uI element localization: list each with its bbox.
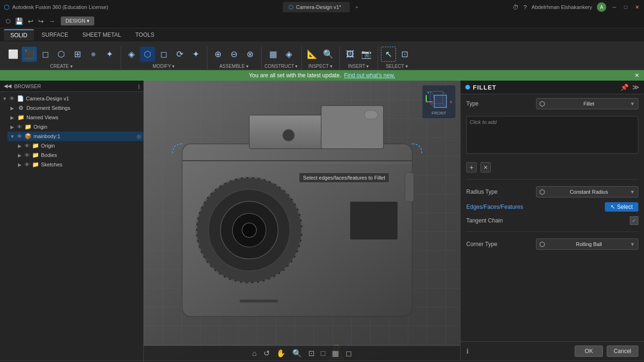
viewport-orbit-icon[interactable]: ↺ xyxy=(262,348,272,359)
fillet-corner-arrow-icon: ▼ xyxy=(630,241,635,247)
viewport-grid-icon[interactable]: ▦ xyxy=(330,348,341,359)
assemble-new-comp-icon[interactable]: ⊕ xyxy=(210,47,225,62)
create-sweep-icon[interactable]: ⬡ xyxy=(54,47,69,62)
viewport-fit-icon[interactable]: ⊡ xyxy=(306,348,316,359)
panel-expand-icon[interactable]: ≫ xyxy=(632,83,639,91)
viewport-display-mode-icon[interactable]: □ xyxy=(319,348,328,359)
tree-eye-mainbody[interactable]: 👁 xyxy=(17,133,22,139)
viewport-zoom-icon[interactable]: 🔍 xyxy=(290,348,304,359)
select-cursor-icon[interactable]: ↖ xyxy=(381,47,396,62)
tree-toggle-mainbody[interactable]: ▼ xyxy=(9,133,15,139)
tree-eye-origin-child[interactable]: 👁 xyxy=(25,143,30,148)
select-cursor-icon: ↖ xyxy=(611,204,615,210)
tab-surface[interactable]: SURFACE xyxy=(35,30,75,40)
tree-toggle-named-views[interactable]: ▶ xyxy=(9,115,15,120)
tree-item-doc-settings[interactable]: ▶ ⚙ Document Settings xyxy=(8,103,143,113)
create-revolve-icon[interactable]: ◻ xyxy=(38,47,53,62)
tree-item-root[interactable]: ▼ 👁 📄 Camera-Design v1 xyxy=(0,94,143,103)
svg-rect-14 xyxy=(405,173,413,201)
panel-pin-icon[interactable]: 📌 xyxy=(620,83,628,91)
tab-solid[interactable]: SOLID xyxy=(4,29,34,41)
redo-button[interactable]: ↪ xyxy=(36,16,46,26)
tree-toggle-doc-settings[interactable]: ▶ xyxy=(9,105,15,111)
modify-chamfer-icon[interactable]: ◻ xyxy=(156,47,171,62)
tree-item-origin-child[interactable]: ▶ 👁 📁 Origin xyxy=(15,141,143,150)
create-label[interactable]: CREATE ▾ xyxy=(50,64,73,69)
modify-label[interactable]: MODIFY ▾ xyxy=(153,64,174,69)
tree-eye-root[interactable]: 👁 xyxy=(9,96,15,101)
design-mode-button[interactable]: DESIGN ▾ xyxy=(61,16,94,25)
fillet-radius-type-select[interactable]: ⬡ Constant Radius ▼ xyxy=(536,186,638,197)
inspect-measure-icon[interactable]: 📐 xyxy=(305,47,320,62)
tree-toggle-origin-child[interactable]: ▶ xyxy=(17,143,23,148)
construct-offset-plane-icon[interactable]: ▦ xyxy=(265,47,281,62)
construct-label[interactable]: CONSTRUCT ▾ xyxy=(264,64,297,69)
tab-tools[interactable]: TOOLS xyxy=(129,30,161,40)
new-button[interactable]: ⬡ xyxy=(4,17,12,25)
tree-item-origin-top[interactable]: ▶ 👁 📁 Origin xyxy=(8,122,143,132)
selection-remove-button[interactable]: × xyxy=(480,162,491,173)
create-move-icon[interactable]: ✦ xyxy=(102,47,117,62)
tree-item-bodies[interactable]: ▶ 👁 📁 Bodies xyxy=(15,150,143,160)
design-label: DESIGN ▾ xyxy=(66,18,90,24)
fillet-select-button[interactable]: ↖ Select xyxy=(605,202,638,212)
viewport-perspective-icon[interactable]: ◻ xyxy=(344,348,354,359)
tree-toggle-root[interactable]: ▼ xyxy=(2,96,8,101)
insert-canvas-icon[interactable]: 🖼 xyxy=(343,47,358,62)
assemble-label[interactable]: ASSEMBLE ▾ xyxy=(219,64,248,69)
construct-axis-icon[interactable]: ◈ xyxy=(281,47,297,62)
viewport-home-icon[interactable]: ⌂ xyxy=(250,348,259,359)
maximize-button[interactable]: □ xyxy=(622,4,629,10)
cancel-button[interactable]: Cancel xyxy=(607,346,638,357)
tangent-chain-checkbox[interactable]: ✓ xyxy=(630,216,638,225)
tree-item-sketches[interactable]: ▶ 👁 📁 Sketches xyxy=(15,160,143,169)
browser-pin-icon[interactable]: | xyxy=(138,83,140,89)
browser-collapse-icon[interactable]: ◀◀ xyxy=(4,83,11,89)
tree-toggle-sketches[interactable]: ▶ xyxy=(17,162,23,167)
panel-divider-1 xyxy=(466,179,638,180)
tree-item-mainbody[interactable]: ▼ 👁 📦 mainbody:1 ◎ xyxy=(8,132,143,141)
fillet-type-select[interactable]: ⬡ Fillet ▼ xyxy=(536,98,638,109)
minimize-button[interactable]: ─ xyxy=(611,4,618,10)
tree-eye-sketches[interactable]: 👁 xyxy=(25,162,30,167)
help-icon[interactable]: ? xyxy=(523,4,527,11)
create-rib-icon[interactable]: ⊕ xyxy=(86,47,101,62)
forward-button[interactable]: → xyxy=(47,16,57,26)
modify-fillet-icon[interactable]: ⬡ xyxy=(140,47,155,62)
viewport[interactable]: A Select edges/faces/features to Fillet xyxy=(144,81,460,361)
tree-toggle-origin-top[interactable]: ▶ xyxy=(9,124,15,130)
inspect-label[interactable]: INSPECT ▾ xyxy=(308,64,332,69)
tab-sheet-metal[interactable]: SHEET METAL xyxy=(76,30,128,40)
tree-eye-bodies[interactable]: 👁 xyxy=(25,152,30,158)
undo-button[interactable]: ↩ xyxy=(26,16,35,26)
save-button[interactable]: 💾 xyxy=(13,16,25,26)
modify-combine-icon[interactable]: ✦ xyxy=(188,47,203,62)
assemble-joint-icon[interactable]: ⊖ xyxy=(226,47,241,62)
create-loft-icon[interactable]: ⊞ xyxy=(70,47,85,62)
tree-eye-origin-top[interactable]: 👁 xyxy=(17,124,22,130)
modify-press-pull-icon[interactable]: ◈ xyxy=(124,47,139,62)
create-sketch-icon[interactable]: ⬜ xyxy=(6,47,21,62)
tree-item-named-views[interactable]: ▶ 📁 Named Views xyxy=(8,113,143,122)
ok-button[interactable]: OK xyxy=(575,346,603,357)
fillet-corner-type-select[interactable]: ⬡ Rolling Ball ▼ xyxy=(536,239,638,250)
select-box-icon[interactable]: ⊡ xyxy=(397,47,412,62)
close-button[interactable]: ✕ xyxy=(634,4,640,10)
add-tab-button[interactable]: + xyxy=(353,4,361,10)
inspect-analysis-icon[interactable]: 🔍 xyxy=(321,47,336,62)
active-tab[interactable]: ⬡ Camera-Design v1* xyxy=(283,2,350,12)
insert-decal-icon[interactable]: 📷 xyxy=(359,47,374,62)
tree-toggle-bodies[interactable]: ▶ xyxy=(17,152,23,158)
viewport-pan-icon[interactable]: ✋ xyxy=(274,348,288,359)
selection-add-button[interactable]: + xyxy=(466,162,477,173)
tree-label-sketches: Sketches xyxy=(41,162,62,167)
insert-label[interactable]: INSERT ▾ xyxy=(348,64,369,69)
fillet-info-icon[interactable]: ℹ xyxy=(466,347,469,355)
notification-link[interactable]: Find out what's new. xyxy=(344,72,395,79)
create-extrude-icon[interactable]: ⬛ xyxy=(22,47,37,62)
select-label[interactable]: SELECT ▾ xyxy=(386,64,408,69)
assemble-as-built-icon[interactable]: ⊗ xyxy=(242,47,257,62)
modify-shell-icon[interactable]: ⟳ xyxy=(172,47,187,62)
fillet-panel-footer: ℹ OK Cancel xyxy=(461,341,644,361)
notification-close-icon[interactable]: ✕ xyxy=(635,72,639,79)
